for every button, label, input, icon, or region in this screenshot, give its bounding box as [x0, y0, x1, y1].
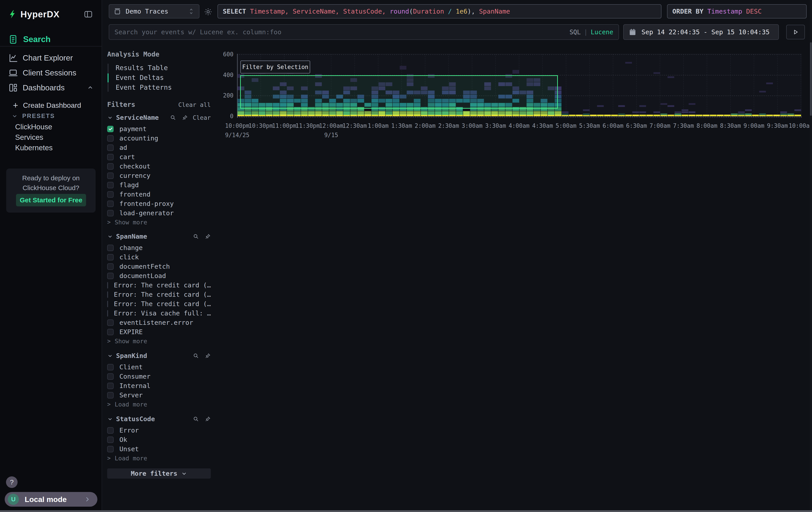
show-more-button[interactable]: >Load more — [107, 454, 211, 463]
clear-all-button[interactable]: Clear all — [178, 101, 211, 108]
checkbox-unchecked[interactable] — [107, 245, 114, 251]
filter-item-ad[interactable]: ad — [107, 143, 211, 152]
checkbox-unchecked[interactable] — [107, 135, 114, 141]
filter-item-server[interactable]: Server — [107, 390, 211, 400]
sidebar-item-clickhouse[interactable]: ClickHouse — [0, 122, 102, 132]
filter-item-internal[interactable]: Internal — [107, 381, 211, 390]
checkbox-unchecked[interactable] — [107, 144, 114, 151]
sidebar-item-chart-explorer[interactable]: Chart Explorer — [0, 52, 102, 64]
filter-item-frontend[interactable]: frontend — [107, 190, 211, 199]
checkbox-unchecked[interactable] — [107, 200, 114, 207]
select-query-input[interactable]: SELECT Timestamp, ServiceName, StatusCod… — [218, 4, 662, 19]
search-input[interactable]: Search your events w/ Lucene ex. column:… — [109, 24, 619, 40]
sidebar-item-kubernetes[interactable]: Kubernetes — [0, 143, 102, 153]
horizontal-scrollbar[interactable] — [0, 510, 812, 512]
vertical-scrollbar-thumb[interactable] — [810, 42, 812, 116]
filter-by-selection-tooltip[interactable]: Filter by Selection — [240, 60, 310, 74]
checkbox-unchecked[interactable] — [107, 291, 108, 298]
checkbox-unchecked[interactable] — [107, 427, 114, 434]
filter-item-accounting[interactable]: accounting — [107, 134, 211, 143]
filter-item-unset[interactable]: Unset — [107, 444, 211, 454]
checkbox-unchecked[interactable] — [107, 282, 108, 289]
checkbox-unchecked[interactable] — [107, 364, 114, 371]
run-query-button[interactable] — [786, 25, 805, 39]
checkbox-unchecked[interactable] — [107, 301, 108, 307]
pin-icon[interactable] — [205, 416, 211, 422]
search-icon[interactable] — [193, 353, 199, 359]
sidebar-collapse-icon[interactable] — [83, 9, 93, 19]
chevron-down-icon[interactable] — [107, 115, 113, 120]
checkbox-unchecked[interactable] — [107, 273, 114, 279]
tab-event-deltas[interactable]: Event Deltas — [116, 73, 211, 82]
chevron-down-icon[interactable] — [107, 353, 113, 359]
filter-item-cart[interactable]: cart — [107, 152, 211, 162]
filter-item-consumer[interactable]: Consumer — [107, 372, 211, 381]
search-icon[interactable] — [193, 234, 199, 240]
filter-item-error-the-credit-card-[interactable]: Error: The credit card (… — [107, 299, 211, 308]
search-icon[interactable] — [170, 115, 176, 120]
filter-item-client[interactable]: Client — [107, 362, 211, 372]
filter-item-documentload[interactable]: documentLoad — [107, 271, 211, 280]
checkbox-unchecked[interactable] — [107, 436, 114, 443]
show-more-button[interactable]: >Show more — [107, 336, 211, 346]
checkbox-unchecked[interactable] — [107, 182, 114, 188]
sidebar-item-dashboards[interactable]: Dashboards — [0, 81, 102, 94]
checkbox-unchecked[interactable] — [107, 373, 114, 380]
source-select[interactable]: Demo Traces — [109, 4, 199, 19]
tab-event-patterns[interactable]: Event Patterns — [116, 82, 211, 92]
filter-item-error[interactable]: Error — [107, 426, 211, 435]
checkbox-unchecked[interactable] — [107, 319, 114, 326]
checkbox-unchecked[interactable] — [107, 163, 114, 170]
filter-item-documentfetch[interactable]: documentFetch — [107, 262, 211, 271]
checkbox-unchecked[interactable] — [107, 263, 114, 270]
checkbox-unchecked[interactable] — [107, 329, 114, 335]
checkbox-unchecked[interactable] — [107, 310, 108, 317]
search-icon[interactable] — [193, 416, 199, 422]
filter-item-error-the-credit-card-[interactable]: Error: The credit card (… — [107, 280, 211, 290]
filter-item-error-visa-cache-full-[interactable]: Error: Visa cache full: … — [107, 308, 211, 318]
checkbox-unchecked[interactable] — [107, 383, 114, 389]
checkbox-unchecked[interactable] — [107, 154, 114, 160]
chevron-down-icon[interactable] — [107, 234, 113, 239]
get-started-button[interactable]: Get Started for Free — [16, 194, 86, 206]
lucene-mode-button[interactable]: Lucene — [591, 28, 613, 36]
gear-icon[interactable] — [204, 7, 212, 16]
checkbox-unchecked[interactable] — [107, 172, 114, 179]
checkbox-checked[interactable] — [107, 126, 114, 132]
order-by-input[interactable]: ORDER BY Timestamp DESC — [667, 4, 807, 19]
show-more-button[interactable]: >Show more — [107, 218, 211, 226]
sidebar-item-client-sessions[interactable]: Client Sessions — [0, 66, 102, 79]
filter-item-error-the-credit-card-[interactable]: Error: The credit card (… — [107, 290, 211, 299]
filter-item-payment[interactable]: payment — [107, 124, 211, 134]
filter-item-frontend-proxy[interactable]: frontend-proxy — [107, 199, 211, 208]
filter-item-load-generator[interactable]: load-generator — [107, 208, 211, 218]
checkbox-unchecked[interactable] — [107, 254, 114, 261]
filter-item-ok[interactable]: Ok — [107, 435, 211, 444]
filter-item-expire[interactable]: EXPIRE — [107, 327, 211, 336]
filter-item-click[interactable]: click — [107, 252, 211, 262]
filter-item-flagd[interactable]: flagd — [107, 180, 211, 190]
filter-item-change[interactable]: change — [107, 243, 211, 252]
chart-selection-region[interactable] — [240, 75, 558, 109]
time-range-picker[interactable]: Sep 14 22:04:35 - Sep 15 10:04:35 — [623, 24, 779, 40]
sidebar-item-search[interactable]: Search — [0, 33, 102, 46]
checkbox-unchecked[interactable] — [107, 446, 114, 452]
checkbox-unchecked[interactable] — [107, 210, 114, 216]
chevron-down-icon[interactable] — [107, 416, 113, 422]
filter-item-currency[interactable]: currency — [107, 171, 211, 180]
show-more-button[interactable]: >Load more — [107, 400, 211, 409]
filter-item-eventlistener-error[interactable]: eventListener.error — [107, 318, 211, 327]
more-filters-button[interactable]: More filters — [107, 468, 211, 479]
checkbox-unchecked[interactable] — [107, 191, 114, 198]
filter-item-checkout[interactable]: checkout — [107, 162, 211, 171]
presets-toggle[interactable]: PRESETS — [0, 111, 102, 120]
help-button[interactable]: ? — [6, 476, 18, 488]
pin-icon[interactable] — [205, 234, 211, 240]
sql-mode-button[interactable]: SQL — [570, 28, 581, 36]
clear-filter-button[interactable]: Clear — [193, 114, 211, 121]
create-dashboard-button[interactable]: + Create Dashboard — [0, 100, 102, 110]
user-menu-button[interactable]: U Local mode — [5, 492, 97, 507]
tab-results-table[interactable]: Results Table — [116, 63, 211, 73]
pin-icon[interactable] — [182, 115, 188, 120]
checkbox-unchecked[interactable] — [107, 392, 114, 399]
